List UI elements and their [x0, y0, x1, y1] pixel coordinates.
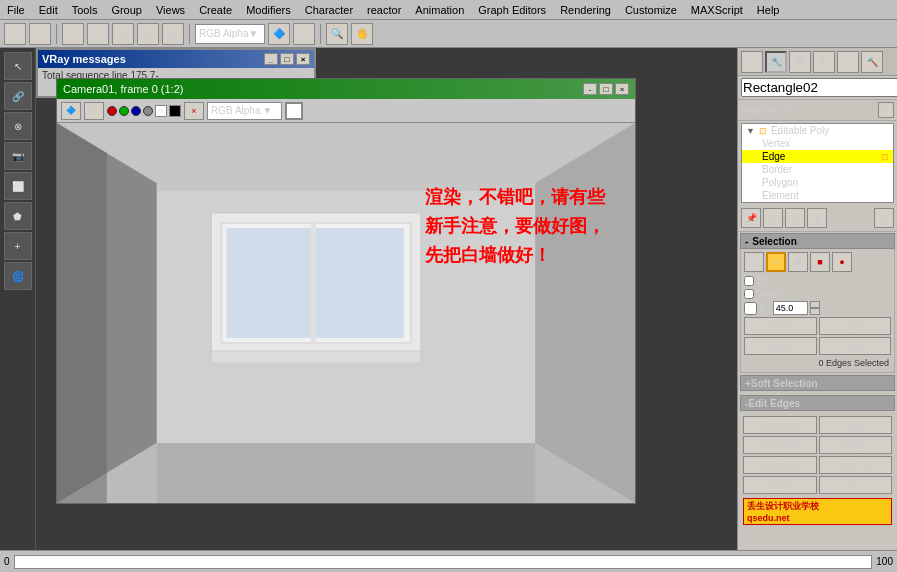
object-name-input[interactable]	[741, 78, 897, 97]
sel-dot-btn[interactable]: ·	[744, 252, 764, 272]
rp-utilities-btn[interactable]: 🔨	[861, 51, 883, 73]
by-value-label: By	[759, 303, 771, 314]
black-color-btn[interactable]	[169, 105, 181, 117]
grow-button[interactable]: Grow	[819, 317, 892, 335]
menu-file[interactable]: File	[4, 4, 28, 16]
mod-editable-poly[interactable]: ▼ ⊡ Editable Poly	[742, 124, 893, 137]
sel-edge-btn[interactable]: ≈	[766, 252, 786, 272]
menu-views[interactable]: Views	[153, 4, 188, 16]
menu-group[interactable]: Group	[108, 4, 145, 16]
rp-display-btn[interactable]: 👁	[837, 51, 859, 73]
left-tool-spacewarps[interactable]: 🌀	[4, 262, 32, 290]
cam-minimize-button[interactable]: -	[583, 83, 597, 95]
insert-vertex-button[interactable]: nsert Verte	[743, 436, 817, 454]
vray-close-button[interactable]: ×	[296, 53, 310, 65]
rp-hierarchy-btn[interactable]: ⬟	[789, 51, 811, 73]
menu-customize[interactable]: Customize	[622, 4, 680, 16]
mod-edge[interactable]: Edge ⊡	[742, 150, 893, 163]
sel-poly-btn[interactable]: ⬟	[788, 252, 808, 272]
menu-help[interactable]: Help	[754, 4, 783, 16]
menu-edit[interactable]: Edit	[36, 4, 61, 16]
sel-rect-btn[interactable]: ■	[810, 252, 830, 272]
view-dropdown[interactable]: RGB Alpha▼	[195, 24, 265, 44]
mod-polygon[interactable]: Polygon	[742, 176, 893, 189]
mod-pin-btn[interactable]: 📌	[741, 208, 761, 228]
by-spinner-up[interactable]: ▲	[810, 301, 820, 308]
render-button[interactable]: 🔷	[268, 23, 290, 45]
rp-create-btn[interactable]: ✦	[741, 51, 763, 73]
by-checkbox[interactable]	[744, 276, 754, 286]
menu-maxscript[interactable]: MAXScript	[688, 4, 746, 16]
modifier-list-arrow[interactable]: ▼	[878, 102, 894, 118]
left-tool-camera[interactable]: 📷	[4, 142, 32, 170]
by-spinner-down[interactable]: ▼	[810, 308, 820, 315]
scale-button[interactable]: ⊠	[162, 23, 184, 45]
menu-rendering[interactable]: Rendering	[557, 4, 614, 16]
cam-icon-button[interactable]: 🔷	[61, 102, 81, 120]
target-weld-button[interactable]: Target Wel	[819, 456, 893, 474]
sel-circle-btn[interactable]: ●	[832, 252, 852, 272]
mod-delete-btn[interactable]: 🗑	[807, 208, 827, 228]
by-value-input[interactable]	[773, 301, 808, 315]
render-settings-button[interactable]: ⚙	[293, 23, 315, 45]
rp-modify-btn[interactable]: 🔧	[765, 51, 787, 73]
move-button[interactable]: ✛	[112, 23, 134, 45]
cam-icon2-button[interactable]: ⊞	[84, 102, 104, 120]
chamfer-button[interactable]: Chamf	[743, 476, 817, 494]
left-tool-geometry[interactable]: ⬟	[4, 202, 32, 230]
timeline-progress[interactable]	[14, 555, 873, 569]
undo-button[interactable]: ↺	[4, 23, 26, 45]
zoom-button[interactable]: 🔍	[326, 23, 348, 45]
shrink-button[interactable]: Shrink	[744, 317, 817, 335]
white-box-btn[interactable]	[285, 102, 303, 120]
cam-maximize-button[interactable]: □	[599, 83, 613, 95]
mod-config-btn[interactable]: ⚙	[874, 208, 894, 228]
rp-motion-btn[interactable]: ▶	[813, 51, 835, 73]
extrude-button[interactable]: Extrude	[743, 456, 817, 474]
menu-modifiers[interactable]: Modifiers	[243, 4, 294, 16]
red-color-btn[interactable]	[107, 106, 117, 116]
select-object-button[interactable]: ↖	[62, 23, 84, 45]
mod-vertex[interactable]: Vertex	[742, 137, 893, 150]
by-value-checkbox[interactable]	[744, 302, 757, 315]
pan-button[interactable]: 🖐	[351, 23, 373, 45]
gray-color-btn[interactable]	[143, 106, 153, 116]
split-button[interactable]: Split	[819, 416, 893, 434]
mod-element[interactable]: Element	[742, 189, 893, 202]
vray-maximize-button[interactable]: □	[280, 53, 294, 65]
vray-minimize-button[interactable]: _	[264, 53, 278, 65]
soft-selection-header[interactable]: + Soft Selection	[740, 375, 895, 391]
menu-animation[interactable]: Animation	[412, 4, 467, 16]
cam-stop-btn[interactable]: ×	[184, 102, 204, 120]
ring-button[interactable]: Ring	[744, 337, 817, 355]
rotate-button[interactable]: ↻	[137, 23, 159, 45]
edit-edges-header[interactable]: - Edit Edges	[740, 395, 895, 411]
select-region-button[interactable]: ⬚	[87, 23, 109, 45]
channel-dropdown[interactable]: RGB Alpha▼	[207, 102, 282, 120]
blue-color-btn[interactable]	[131, 106, 141, 116]
selection-header[interactable]: - Selection	[740, 233, 895, 249]
mod-show-btn[interactable]: 👁	[785, 208, 805, 228]
mod-active-btn[interactable]: ⊡	[763, 208, 783, 228]
green-color-btn[interactable]	[119, 106, 129, 116]
ignore-checkbox[interactable]	[744, 289, 754, 299]
remove-button[interactable]: Remove	[743, 416, 817, 434]
loop-button[interactable]: Loop	[819, 337, 892, 355]
chamfer-extra-button[interactable]: ⊡	[819, 476, 893, 494]
cam-close-button[interactable]: ×	[615, 83, 629, 95]
left-tool-shapes[interactable]: ⬜	[4, 172, 32, 200]
menu-tools[interactable]: Tools	[69, 4, 101, 16]
redo-button[interactable]: ↻	[29, 23, 51, 45]
menu-graph-editors[interactable]: Graph Editors	[475, 4, 549, 16]
weld-button[interactable]: Weld	[819, 436, 893, 454]
mod-border[interactable]: Border	[742, 163, 893, 176]
left-tool-link[interactable]: 🔗	[4, 82, 32, 110]
white-color-btn[interactable]: ○	[155, 105, 167, 117]
left-tool-select[interactable]: ↖	[4, 52, 32, 80]
menu-reactor[interactable]: reactor	[364, 4, 404, 16]
by-value-spinner: ▲ ▼	[810, 301, 820, 315]
menu-character[interactable]: Character	[302, 4, 356, 16]
left-tool-unlink[interactable]: ⊗	[4, 112, 32, 140]
left-tool-helpers[interactable]: +	[4, 232, 32, 260]
menu-create[interactable]: Create	[196, 4, 235, 16]
